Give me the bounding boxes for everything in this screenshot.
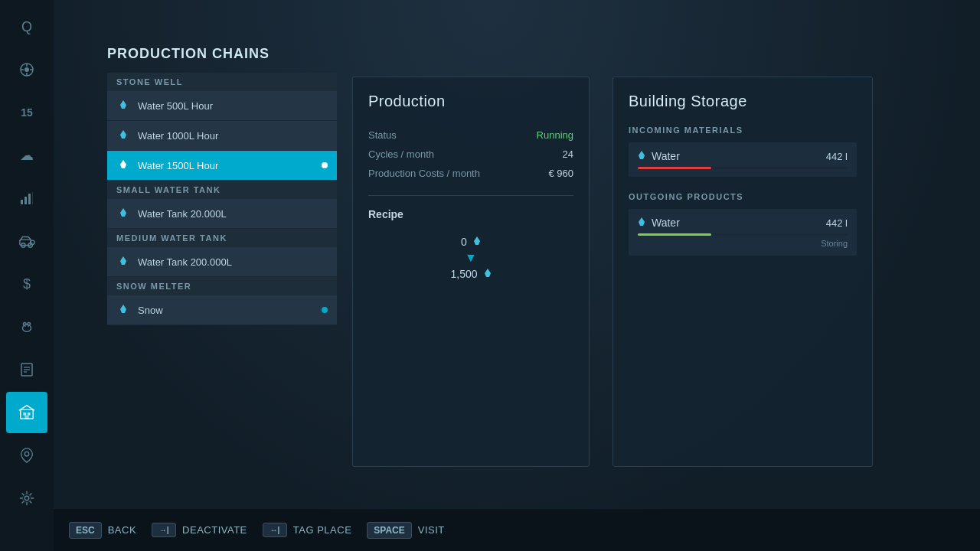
production-panel: Production Status Running Cycles / month… <box>352 77 590 467</box>
incoming-water-amount: 442 l <box>826 151 848 162</box>
map-icon <box>18 447 35 464</box>
incoming-title: INCOMING MATERIALS <box>629 126 857 135</box>
incoming-water-item: Water 442 l <box>629 142 857 177</box>
production-chains-title: PRODUCTION CHAINS <box>107 46 337 62</box>
water-icon-500 <box>116 99 130 112</box>
stats-icon <box>19 191 34 206</box>
active-dot-1500 <box>322 162 328 168</box>
outgoing-water-label: Water <box>652 217 680 229</box>
recipe-input: 0 <box>461 236 481 248</box>
q-icon: Q <box>21 19 32 35</box>
sidebar-item-overview[interactable] <box>6 49 47 90</box>
status-value: Running <box>537 129 573 141</box>
building-storage-panel: Building Storage INCOMING MATERIALS Wate… <box>612 77 873 467</box>
incoming-water-row: Water 442 l <box>638 150 848 162</box>
svg-rect-6 <box>21 200 23 204</box>
cycles-label: Cycles / month <box>368 148 434 160</box>
deactivate-label: DEACTIVATE <box>182 524 247 536</box>
chain-item-tank-200k[interactable]: Water Tank 200.000L <box>107 247 337 277</box>
sidebar-item-machines[interactable] <box>6 478 47 519</box>
category-medium-water-tank: MEDIUM WATER TANK <box>107 229 337 247</box>
contracts-icon <box>19 362 34 377</box>
chain-item-water-1000[interactable]: Water 1000L Hour <box>107 121 337 151</box>
chain-label-tank-200k: Water Tank 200.000L <box>138 256 328 268</box>
back-label: BACK <box>108 524 136 536</box>
water-icon-1500 <box>116 158 130 172</box>
outgoing-water-amount: 442 l <box>826 217 848 229</box>
sidebar-item-vehicles[interactable] <box>6 220 47 262</box>
chain-label-water-500: Water 500L Hour <box>138 100 328 112</box>
chain-item-water-500[interactable]: Water 500L Hour <box>107 91 337 121</box>
costs-label: Production Costs / month <box>368 168 480 179</box>
tag-label: TAG PLACE <box>293 524 352 536</box>
production-chains-panel: PRODUCTION CHAINS STONE WELL Water 500L … <box>107 46 337 325</box>
recipe-arrow: ▼ <box>465 251 477 265</box>
chain-label-tank-20k: Water Tank 20.000L <box>138 208 328 220</box>
svg-point-15 <box>23 323 26 326</box>
sidebar-item-calendar[interactable]: 15 <box>6 92 47 133</box>
stat-row-status: Status Running <box>368 126 573 145</box>
chain-list: STONE WELL Water 500L Hour Water 1000L H… <box>107 73 337 325</box>
incoming-materials-section: INCOMING MATERIALS Water 442 l <box>629 126 857 177</box>
category-stone-well: STONE WELL <box>107 73 337 91</box>
category-snow-melter: SNOW MELTER <box>107 277 337 295</box>
recipe-output: 1,500 <box>450 268 491 280</box>
sidebar-item-map[interactable] <box>6 435 47 476</box>
svg-rect-8 <box>28 194 31 204</box>
sidebar-item-stats[interactable] <box>6 178 47 219</box>
water-icon-tank-20k <box>116 207 130 220</box>
back-button[interactable]: ESC BACK <box>69 522 136 539</box>
svg-point-27 <box>24 452 29 456</box>
weather-icon: ☁ <box>20 147 34 164</box>
stat-row-cycles: Cycles / month 24 <box>368 145 573 164</box>
tag-place-button[interactable]: ↔| TAG PLACE <box>263 523 352 537</box>
chain-label-water-1500: Water 1500L Hour <box>138 160 314 171</box>
vehicles-icon <box>18 233 35 249</box>
svg-rect-9 <box>32 192 33 204</box>
space-key: SPACE <box>367 522 411 539</box>
costs-value: € 960 <box>548 168 573 179</box>
sidebar-item-animals[interactable] <box>6 306 47 347</box>
outgoing-water-bar-fill <box>638 233 711 236</box>
water-icon-1000 <box>116 129 130 142</box>
svg-rect-26 <box>24 416 29 419</box>
chain-item-tank-20k[interactable]: Water Tank 20.000L <box>107 199 337 229</box>
svg-point-28 <box>24 496 29 500</box>
incoming-water-bar <box>638 167 848 169</box>
recipe-section: Recipe 0 ▼ 1,500 <box>368 208 573 280</box>
visit-button[interactable]: SPACE VISIT <box>367 522 444 539</box>
sidebar-item-buildings[interactable] <box>6 392 47 433</box>
recipe-input-amount: 0 <box>461 236 467 248</box>
svg-point-1 <box>24 67 29 72</box>
sidebar-item-contracts[interactable] <box>6 349 47 390</box>
cycles-value: 24 <box>563 148 573 160</box>
outgoing-title: OUTGOING PRODUCTS <box>629 192 857 201</box>
incoming-water-drop <box>638 151 645 161</box>
recipe-flow: 0 ▼ 1,500 <box>368 236 573 280</box>
animals-icon <box>18 318 35 335</box>
sidebar-item-q[interactable]: Q <box>6 6 47 47</box>
recipe-water-drop-input <box>473 236 481 247</box>
svg-rect-25 <box>28 412 31 416</box>
chain-item-snow[interactable]: Snow <box>107 295 337 325</box>
category-small-water-tank: SMALL WATER TANK <box>107 181 337 199</box>
svg-point-16 <box>28 323 31 326</box>
sidebar-item-finance[interactable]: $ <box>6 263 47 305</box>
outgoing-water-sub: Storing <box>638 239 848 248</box>
sidebar-item-weather[interactable]: ☁ <box>6 135 47 176</box>
chain-item-water-1500[interactable]: Water 1500L Hour <box>107 151 337 181</box>
recipe-output-amount: 1,500 <box>450 268 477 280</box>
machines-icon <box>18 490 35 507</box>
incoming-water-label: Water <box>652 150 680 162</box>
buildings-icon <box>18 404 35 421</box>
recipe-water-drop-output <box>484 269 492 279</box>
calendar-icon: 15 <box>21 106 33 119</box>
production-title: Production <box>368 93 573 110</box>
water-icon-snow <box>116 303 130 317</box>
finance-icon: $ <box>23 276 31 292</box>
tag-key: ↔| <box>263 523 287 537</box>
svg-rect-7 <box>24 197 27 204</box>
chain-label-water-1000: Water 1000L Hour <box>138 130 328 142</box>
sidebar: Q 15 ☁ $ <box>0 0 54 551</box>
deactivate-button[interactable]: →| DEACTIVATE <box>152 523 247 537</box>
